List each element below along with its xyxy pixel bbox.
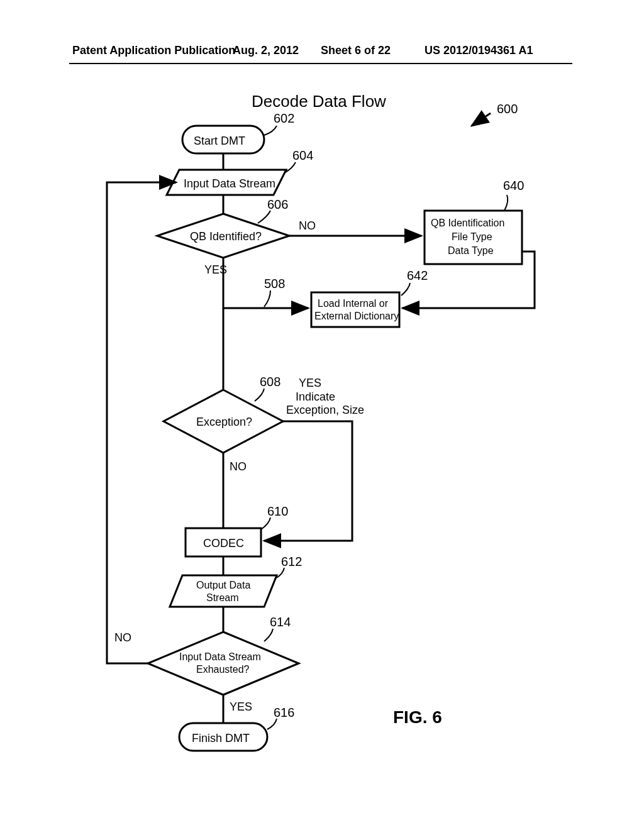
svg-text:604: 604 [292,148,313,162]
ref-602: 602 [264,111,294,135]
svg-text:Load Internal or: Load Internal or [318,298,389,309]
note-indicate: Indicate [296,390,335,403]
node-input: Input Data Stream [167,170,286,195]
svg-text:602: 602 [274,111,294,125]
label-yes-exhausted: YES [230,700,252,713]
header-pubtype: Patent Application Publication [72,44,235,57]
page: Patent Application Publication Aug. 2, 2… [0,0,644,830]
svg-text:614: 614 [270,615,291,629]
ref-608: 608 [255,375,280,401]
ref-600: 600 [472,102,518,126]
svg-text:Finish DMT: Finish DMT [192,732,250,744]
svg-text:642: 642 [407,268,428,282]
svg-text:Input Data Stream: Input Data Stream [179,651,261,662]
ref-508: 508 [264,277,285,307]
node-codec: CODEC [186,528,261,556]
svg-text:QB Identification: QB Identification [431,218,504,228]
node-output: Output Data Stream [170,575,277,607]
header-date: Aug. 2, 2012 [233,44,299,57]
ref-642: 642 [401,268,428,296]
svg-text:616: 616 [274,706,294,719]
svg-text:640: 640 [503,179,524,192]
node-exception: Exception? [164,390,283,453]
ref-612: 612 [275,555,302,578]
svg-text:QB Identified?: QB Identified? [190,230,262,243]
svg-text:File Type: File Type [452,231,492,242]
ref-614: 614 [264,615,291,641]
svg-text:508: 508 [264,277,285,290]
node-load-dictionary: Load Internal or External Dictionary [311,292,399,327]
svg-text:CODEC: CODEC [203,537,244,550]
ref-610: 610 [261,504,288,529]
svg-marker-37 [148,632,299,695]
svg-text:610: 610 [267,504,288,518]
svg-text:Start DMT: Start DMT [194,135,245,147]
label-yes-exception: YES [299,377,321,389]
label-no-qb: NO [299,219,316,232]
ref-616: 616 [267,706,294,729]
svg-text:600: 600 [497,102,518,116]
label-no-exception: NO [230,460,247,473]
node-qb-identified: QB Identified? [157,214,289,258]
svg-text:Data Type: Data Type [448,245,494,256]
svg-text:612: 612 [281,555,302,568]
ref-606: 606 [258,197,288,223]
svg-text:Output Data: Output Data [196,580,250,590]
node-qb-identification-box: QB Identification File Type Data Type [425,211,522,264]
node-exhausted: Input Data Stream Exhausted? [148,632,299,695]
svg-text:608: 608 [260,375,280,389]
figure-label: FIG. 6 [393,707,442,727]
svg-text:606: 606 [267,197,288,211]
node-finish: Finish DMT [179,723,267,751]
header-sheet: Sheet 6 of 22 [321,44,391,57]
flowchart-svg: Decode Data Flow 600 Start DMT 602 Input… [50,88,616,817]
svg-text:Exception?: Exception? [196,416,252,428]
label-no-exhausted: NO [114,631,131,644]
header-docnum: US 2012/0194361 A1 [425,44,533,57]
node-start: Start DMT [182,126,264,153]
diagram-title: Decode Data Flow [252,92,386,111]
svg-text:Input Data Stream: Input Data Stream [184,177,275,190]
ref-604: 604 [284,148,313,173]
note-exception-size: Exception, Size [286,404,364,416]
svg-text:Stream: Stream [206,592,239,603]
svg-text:Exhausted?: Exhausted? [196,664,250,675]
svg-text:External Dictionary: External Dictionary [314,311,399,321]
header-rule [69,63,572,64]
ref-640: 640 [503,179,524,211]
